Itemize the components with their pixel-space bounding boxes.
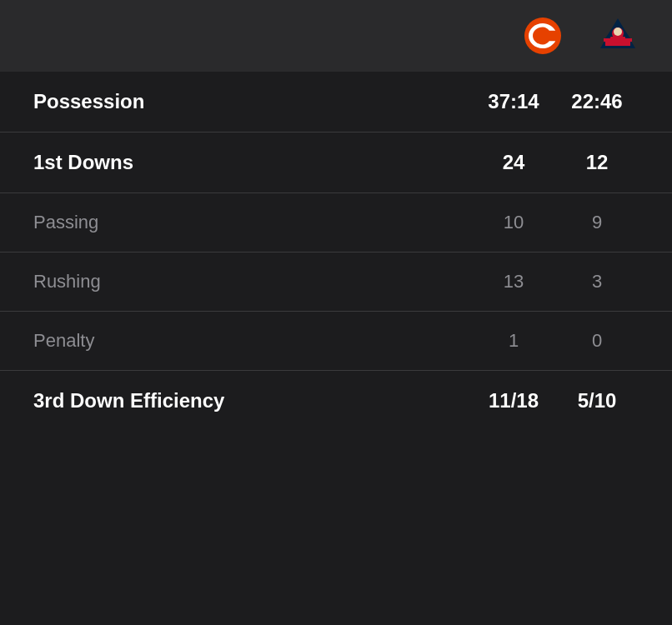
svg-point-9 bbox=[614, 28, 621, 33]
stat-value-team2: 3 bbox=[555, 271, 639, 292]
stat-row: Rushing133 bbox=[0, 252, 672, 312]
stat-label: Passing bbox=[33, 212, 472, 233]
svg-rect-10 bbox=[610, 37, 625, 39]
patriots-logo bbox=[597, 15, 639, 57]
stat-row: Penalty10 bbox=[0, 312, 672, 371]
stat-value-team1: 1 bbox=[472, 330, 555, 352]
bears-logo bbox=[522, 15, 564, 57]
stat-value-team1: 37:14 bbox=[472, 90, 555, 113]
stat-value-team1: 24 bbox=[472, 151, 555, 174]
stat-label: Penalty bbox=[33, 330, 472, 352]
stats-table: Possession37:1422:461st Downs2412Passing… bbox=[0, 72, 672, 431]
stat-value-team2: 22:46 bbox=[555, 90, 639, 113]
stat-label: 1st Downs bbox=[33, 151, 472, 174]
header bbox=[0, 0, 672, 72]
stat-value-team2: 5/10 bbox=[555, 389, 639, 412]
stat-value-team1: 13 bbox=[472, 271, 555, 292]
stat-label: Rushing bbox=[33, 271, 472, 292]
stat-row: Possession37:1422:46 bbox=[0, 72, 672, 132]
stat-row: 3rd Down Efficiency11/185/10 bbox=[0, 371, 672, 431]
stat-value-team1: 11/18 bbox=[472, 389, 555, 412]
stat-row: Passing109 bbox=[0, 193, 672, 252]
stat-row: 1st Downs2412 bbox=[0, 132, 672, 193]
stat-value-team2: 12 bbox=[555, 151, 639, 174]
stat-value-team2: 0 bbox=[555, 330, 639, 352]
stat-value-team2: 9 bbox=[555, 212, 639, 233]
stat-label: Possession bbox=[33, 90, 472, 113]
stat-value-team1: 10 bbox=[472, 212, 555, 233]
stat-label: 3rd Down Efficiency bbox=[33, 389, 472, 412]
